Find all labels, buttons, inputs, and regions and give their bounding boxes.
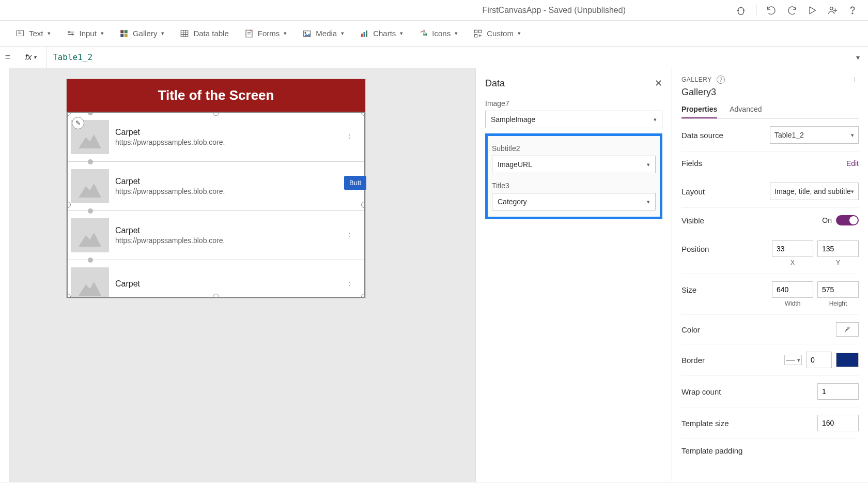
image-placeholder-icon [71,169,109,203]
chevron-right-icon[interactable]: 〉 [348,231,358,240]
data-field-select-title[interactable]: Category ▾ [492,193,656,210]
table-icon [180,29,189,38]
gallery-item[interactable]: Carpet https://pwrappssamples.blob.core.… [68,211,364,260]
ribbon-gallery[interactable]: Gallery ▾ [119,29,165,38]
chevron-right-icon[interactable]: 〉 [853,76,859,84]
ribbon-label: Forms [258,29,280,38]
border-color-swatch[interactable] [836,353,859,367]
ribbon-datatable[interactable]: Data table [180,29,228,38]
gallery-control[interactable]: ✎ Carpet https://pwrappssamples.blo [67,112,365,298]
help-circle-icon[interactable]: ? [717,76,725,84]
chevron-down-icon: ▾ [647,199,650,205]
ribbon-label: Icons [432,29,451,38]
svg-rect-18 [366,31,367,37]
close-icon[interactable]: ✕ [655,78,662,89]
gallery-item[interactable]: Carpet https://pwrappssamples.blob.core.… [68,162,364,211]
share-icon[interactable] [827,5,838,16]
layout-select[interactable]: Image, title, and subtitle ▾ [770,183,859,200]
insert-ribbon: Text ▾ Input ▾ Gallery ▾ Data table Form… [0,21,868,47]
left-rail[interactable] [0,68,9,482]
svg-rect-8 [120,30,123,33]
border-width-input[interactable] [806,352,832,368]
chevron-down-icon: ▾ [654,116,657,123]
size-height-input[interactable] [817,281,859,298]
ribbon-text[interactable]: Text ▾ [16,29,51,38]
ribbon-custom[interactable]: Custom ▾ [473,29,521,38]
position-y-sublabel: Y [817,259,859,266]
gallery-item-title: Carpet [115,177,342,186]
chevron-down-icon: ▾ [455,30,458,37]
ribbon-input[interactable]: Input ▾ [66,29,104,38]
prop-border-label: Border [681,356,705,365]
svg-rect-12 [181,31,189,37]
data-select-value: ImageURL [498,160,532,169]
size-width-input[interactable] [772,281,813,298]
visible-toggle[interactable] [836,215,859,225]
prop-template-padding-label: Template padding [681,446,742,455]
svg-point-4 [852,13,853,14]
chevron-right-icon[interactable]: 〉 [348,132,358,142]
ribbon-label: Input [80,29,97,38]
prop-layout-label: Layout [681,187,705,196]
gallery-item-subtitle: https://pwrappssamples.blob.core. [115,138,342,146]
color-picker[interactable] [836,322,859,337]
chevron-down-icon: ▾ [518,30,521,37]
ribbon-media[interactable]: Media ▾ [302,29,344,38]
app-title: FirstCanvasApp - Saved (Unpublished) [373,6,736,15]
size-height-sublabel: Height [817,300,859,307]
template-size-input[interactable] [817,415,859,431]
canvas-button[interactable]: Butt [344,176,366,190]
prop-size-label: Size [681,285,696,294]
media-icon [302,29,312,38]
size-width-sublabel: Width [772,300,813,307]
data-field-select-image[interactable]: SampleImage ▾ [485,111,662,128]
undo-icon[interactable] [766,5,777,16]
gallery-item[interactable]: Carpet 〉 [68,260,364,298]
visible-text: On [822,216,832,224]
ribbon-forms[interactable]: Forms ▾ [244,29,287,38]
chevron-down-icon: ▾ [851,132,854,139]
edit-pencil-icon[interactable]: ✎ [72,117,84,129]
wrap-count-input[interactable] [817,383,859,400]
svg-rect-5 [17,31,24,36]
chevron-right-icon[interactable]: 〉 [348,280,358,289]
tab-properties[interactable]: Properties [681,105,717,118]
data-source-select[interactable]: Table1_2 ▾ [770,126,859,144]
play-icon[interactable] [807,5,817,16]
ribbon-charts[interactable]: Charts ▾ [360,29,403,38]
prop-wrap-label: Wrap count [681,387,721,396]
gallery-item[interactable]: Carpet https://pwrappssamples.blob.core.… [68,113,364,162]
data-field-select-subtitle[interactable]: ImageURL ▾ [492,156,656,173]
forms-icon [244,29,254,38]
border-style-select[interactable]: ▾ [784,355,802,365]
expand-formula-icon[interactable]: ▾ [847,53,868,62]
svg-point-15 [305,32,306,33]
resize-handle[interactable] [361,202,365,208]
ribbon-label: Media [316,29,337,38]
chevron-down-icon: ▾ [48,30,51,37]
chevron-down-icon: ▾ [101,30,104,37]
diagnostics-icon[interactable] [735,5,747,16]
svg-rect-11 [125,34,128,37]
edit-fields-link[interactable]: Edit [846,159,859,168]
formula-input[interactable] [47,47,847,68]
svg-rect-20 [474,30,477,33]
canvas-area[interactable]: Title of the Screen ✎ C [9,68,475,482]
chevron-down-icon: ▾ [400,30,403,37]
position-x-sublabel: X [772,259,813,266]
text-icon [16,29,25,38]
tab-advanced[interactable]: Advanced [730,105,762,118]
charts-icon [360,29,369,38]
ribbon-icons[interactable]: Icons ▾ [419,29,458,38]
properties-panel: GALLERY ? 〉 Gallery3 Properties Advanced… [672,68,868,482]
help-icon[interactable] [847,5,858,16]
data-panel: Data ✕ Image7 SampleImage ▾ Subtitle2 Im… [475,68,672,482]
redo-icon[interactable] [786,5,798,16]
canvas-screen[interactable]: Title of the Screen ✎ C [66,79,366,298]
position-x-input[interactable] [772,240,813,257]
fx-dropdown[interactable]: fx▾ [16,47,47,68]
position-y-input[interactable] [817,240,859,257]
ribbon-label: Custom [487,29,514,38]
chevron-down-icon: ▾ [341,30,344,37]
prop-value: Image, title, and subtitle [774,187,851,195]
